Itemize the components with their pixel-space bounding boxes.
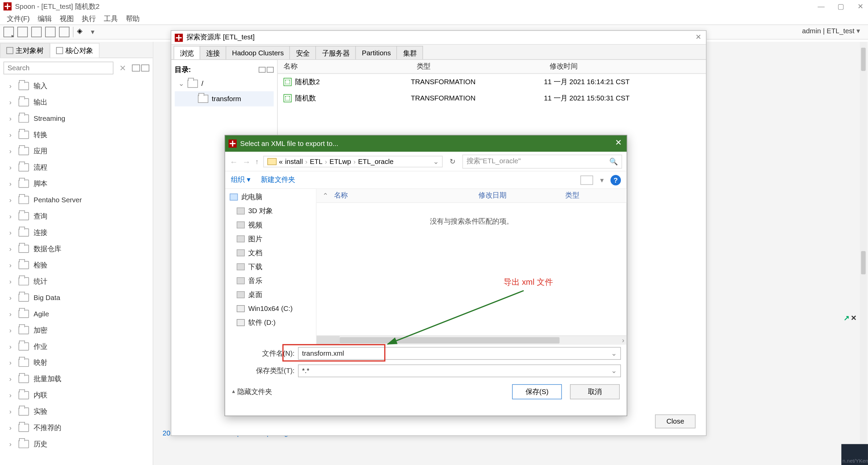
col-modified[interactable]: 修改日期 — [473, 191, 559, 201]
table-row[interactable]: 随机数TRANSFORMATION11 一月 2021 15:50:31 CST — [278, 90, 706, 106]
repo-tab[interactable]: 浏览 — [174, 46, 200, 59]
perspective-icon[interactable]: ◈ — [77, 27, 87, 37]
nav-item[interactable]: 此电脑 — [225, 190, 316, 204]
tab-main-tree[interactable]: 主对象树 — [0, 43, 50, 58]
col-name[interactable]: 名称 — [278, 62, 411, 72]
tree-node[interactable]: ›加密 — [0, 322, 153, 338]
maximize-button[interactable]: ▢ — [837, 2, 845, 11]
tree-node[interactable]: ›实验 — [0, 403, 153, 420]
tree-node[interactable]: ›输入 — [0, 78, 153, 94]
cancel-button[interactable]: 取消 — [570, 384, 620, 399]
repo-tab[interactable]: 安全 — [290, 46, 316, 59]
col-type[interactable]: 类型 — [559, 191, 627, 201]
tree-node[interactable]: ›内联 — [0, 387, 153, 404]
menu-view[interactable]: 视图 — [56, 13, 77, 24]
tree-node[interactable]: ›批量加载 — [0, 371, 153, 387]
tree-node[interactable]: ›应用 — [0, 143, 153, 159]
new-icon[interactable] — [3, 27, 14, 37]
nav-item[interactable]: 视频 — [225, 218, 316, 232]
dir-root[interactable]: ⌄/ — [175, 76, 274, 91]
repo-tab[interactable]: 连接 — [200, 46, 226, 59]
collapse-icon[interactable] — [141, 64, 149, 72]
dir-transform[interactable]: transform — [175, 91, 274, 107]
nav-item[interactable]: 音乐 — [225, 274, 316, 288]
tree-node[interactable]: ›历史 — [0, 436, 153, 452]
tree-node[interactable]: ›统计 — [0, 273, 153, 290]
back-icon[interactable]: ← — [230, 157, 238, 166]
close-icon[interactable]: ✕ — [695, 33, 701, 41]
open-icon[interactable] — [17, 27, 28, 37]
tree-node[interactable]: ›输出 — [0, 94, 153, 110]
col-modified[interactable]: 修改时间 — [544, 62, 706, 72]
tree-node[interactable]: ›查询 — [0, 208, 153, 224]
tree-node[interactable]: ›连接 — [0, 224, 153, 241]
explore-icon[interactable] — [31, 27, 42, 37]
scrollbar[interactable] — [860, 42, 867, 454]
close-panel-icon[interactable]: ✕ — [851, 314, 856, 322]
nav-item[interactable]: 软件 (D:) — [225, 316, 316, 330]
tree-node[interactable]: ›Big Data — [0, 290, 153, 306]
menu-help[interactable]: 帮助 — [122, 13, 143, 24]
tree-node[interactable]: ›作业 — [0, 338, 153, 355]
breadcrumb[interactable]: « install› ETL› ETLwp› ETL_oracle ⌄ — [263, 155, 443, 167]
tree-node[interactable]: ›检验 — [0, 257, 153, 273]
nav-item[interactable]: 下载 — [225, 260, 316, 274]
organize-menu[interactable]: 组织 ▾ — [231, 175, 250, 185]
nav-item[interactable]: 图片 — [225, 232, 316, 246]
col-name[interactable]: 名称 — [328, 191, 473, 201]
nav-item[interactable]: 3D 对象 — [225, 204, 316, 218]
expand-icon[interactable] — [132, 64, 140, 72]
tree-node[interactable]: ›脚本 — [0, 175, 153, 192]
tree-node[interactable]: ›Pentaho Server — [0, 192, 153, 208]
close-button[interactable]: ✕ — [856, 2, 865, 11]
menu-file[interactable]: 文件(F) — [3, 13, 33, 24]
connection-indicator[interactable]: admin | ETL_test — [802, 27, 860, 35]
tree-node[interactable]: ›流程 — [0, 159, 153, 175]
scroll-thumb-green[interactable] — [861, 251, 866, 275]
up-icon[interactable]: ↑ — [255, 157, 259, 165]
repo-tab[interactable]: Partitions — [356, 46, 397, 59]
repo-tab[interactable]: 子服务器 — [316, 46, 356, 59]
nav-tree[interactable]: 此电脑3D 对象视频图片文档下载音乐桌面Win10x64 (C:)软件 (D:) — [225, 189, 317, 345]
crumb-etloracle[interactable]: ETL_oracle — [358, 157, 394, 165]
menu-tools[interactable]: 工具 — [100, 13, 121, 24]
h-scrollbar[interactable]: › — [317, 335, 627, 345]
expand-icon[interactable] — [259, 67, 265, 73]
tree-node[interactable]: ›不推荐的 — [0, 420, 153, 436]
repo-tab[interactable]: 集群 — [397, 46, 423, 59]
tree-node[interactable]: ›Agile — [0, 306, 153, 322]
search-box[interactable]: 搜索"ETL_oracle"🔍 — [462, 154, 622, 168]
tree-node[interactable]: ›映射 — [0, 355, 153, 371]
nav-item[interactable]: 桌面 — [225, 288, 316, 302]
menu-run[interactable]: 执行 — [78, 13, 99, 24]
table-row[interactable]: 随机数2TRANSFORMATION11 一月 2021 16:14:21 CS… — [278, 74, 706, 90]
clear-icon[interactable]: ✕ — [117, 63, 129, 73]
saveas-icon[interactable] — [59, 27, 70, 37]
sort-indicator[interactable]: ⌃ — [317, 191, 328, 200]
close-icon[interactable]: ✕ — [615, 138, 622, 147]
collapse-icon[interactable] — [267, 67, 274, 73]
menu-edit[interactable]: 编辑 — [34, 13, 55, 24]
nav-item[interactable]: Win10x64 (C:) — [225, 302, 316, 316]
savetype-select[interactable]: *.*⌄ — [298, 365, 621, 377]
tree-node[interactable]: ›转换 — [0, 127, 153, 143]
tree-node[interactable]: ›数据仓库 — [0, 241, 153, 257]
crumb-etlwp[interactable]: ETLwp — [330, 157, 351, 165]
save-button[interactable]: 保存(S) — [512, 384, 562, 399]
object-tree[interactable]: ›输入›输出›Streaming›转换›应用›流程›脚本›Pentaho Ser… — [0, 78, 153, 465]
forward-icon[interactable]: → — [242, 157, 251, 166]
new-folder-button[interactable]: 新建文件夹 — [261, 175, 295, 185]
crumb-etl[interactable]: ETL — [310, 157, 323, 165]
search-input[interactable] — [3, 62, 113, 75]
refresh-icon[interactable]: ↻ — [447, 157, 458, 165]
perspective-drop[interactable]: ▾ — [91, 28, 94, 36]
hide-folders-toggle[interactable]: 隐藏文件夹 — [232, 387, 272, 397]
tree-node[interactable]: ›Streaming — [0, 110, 153, 127]
close-button[interactable]: Close — [655, 414, 695, 428]
col-type[interactable]: 类型 — [411, 62, 544, 72]
tab-core-objects[interactable]: 核心对象 — [50, 43, 100, 58]
crumb-install[interactable]: install — [285, 157, 303, 165]
repo-tab[interactable]: Hadoop Clusters — [226, 46, 290, 59]
help-icon[interactable]: ? — [610, 175, 621, 185]
view-options-icon[interactable] — [580, 175, 593, 184]
